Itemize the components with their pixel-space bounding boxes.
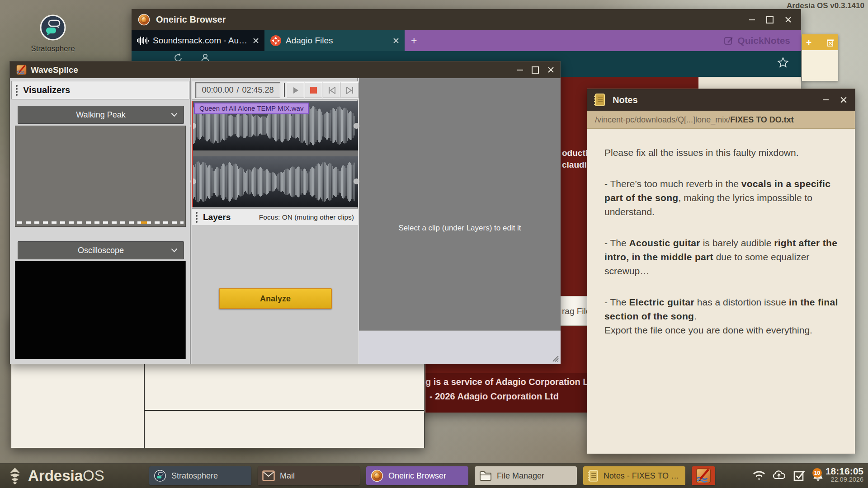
timeline-panel: 00:00.00 / 02:45.28 Queen of All <box>192 78 358 364</box>
resize-grip[interactable] <box>550 353 559 362</box>
quicknotes-ghost-label: QuickNotes <box>737 35 790 46</box>
analyze-button[interactable]: Analyze <box>219 288 332 309</box>
time-current: 00:00.00 <box>202 85 233 95</box>
notification-badge[interactable]: 10 <box>812 468 822 478</box>
wavesplice-maximize-button[interactable] <box>529 61 541 78</box>
skip-start-button[interactable] <box>323 82 340 98</box>
drag-handle-icon[interactable] <box>196 212 198 223</box>
taskbar-app-stratosphere[interactable]: Stratosphere <box>149 466 251 485</box>
checkbox-icon[interactable] <box>793 470 805 482</box>
tab-adagio-files[interactable]: Adagio Files <box>264 30 405 51</box>
visualizer1-dropdown[interactable]: Walking Peak <box>18 106 184 124</box>
notes-app-icon <box>594 93 605 107</box>
play-icon <box>292 87 299 94</box>
browser-minimize-button[interactable] <box>746 9 758 30</box>
quicknotes-ghost: QuickNotes <box>724 30 790 51</box>
layers-header[interactable]: Layers Focus: ON (muting other clips) <box>192 208 358 226</box>
wavesplice-minimize-button[interactable] <box>514 61 526 78</box>
notes-app-icon <box>588 469 599 482</box>
wifi-icon[interactable] <box>752 470 766 482</box>
waveform-channel-2[interactable] <box>192 156 358 207</box>
note-text: - The <box>604 297 629 307</box>
fade-handle[interactable] <box>190 178 196 184</box>
ardesia-logo-icon <box>6 467 24 485</box>
note-text: . <box>694 311 697 321</box>
sticky-add-button[interactable]: + <box>806 34 811 50</box>
adagio-tab-icon <box>270 35 282 47</box>
notes-minimize-button[interactable] <box>820 89 831 111</box>
taskbar-app-label: Notes - FIXES TO D… <box>604 471 681 481</box>
tab-close-icon[interactable] <box>253 38 259 44</box>
quicknotes-sticky-widget: + <box>802 34 838 81</box>
clip-editor-panel: Select a clip (under Layers) to edit it <box>359 78 561 364</box>
browser-window-title: Oneiric Browser <box>156 9 226 30</box>
oneiric-browser-icon <box>138 14 150 26</box>
note-text-bold: Acoustic guitar <box>629 238 700 248</box>
taskbar-clock[interactable]: 18:16:05 22.09.2026 <box>826 466 863 483</box>
note-text: is barely audible <box>700 238 774 248</box>
file-manager-divider <box>145 410 424 411</box>
visualizers-header[interactable]: Visualizers <box>11 81 189 99</box>
wavesplice-close-button[interactable] <box>545 61 557 78</box>
play-button[interactable] <box>287 82 304 98</box>
sticky-note-header: + <box>802 34 838 50</box>
clip-name-label[interactable]: Queen of All Alone TEMP MIX.wav <box>194 103 309 114</box>
desktop-icon-stratosphere[interactable]: Stratosphere <box>25 14 80 53</box>
taskbar-app-oneiric-browser[interactable]: Oneiric Browser <box>366 466 468 485</box>
note-text: Please fix all the issues in this faulty… <box>604 147 799 158</box>
taskbar-app-notes[interactable]: Notes - FIXES TO D… <box>583 466 685 485</box>
stop-button[interactable] <box>305 82 322 98</box>
skip-end-button[interactable] <box>341 82 359 98</box>
taskbar-app-label: Mail <box>280 471 295 481</box>
notes-titlebar[interactable]: Notes <box>587 89 855 111</box>
new-tab-button[interactable]: + <box>411 30 417 51</box>
skip-start-icon <box>328 87 335 94</box>
note-text: - The <box>604 238 629 248</box>
sticky-note-body[interactable] <box>802 50 838 81</box>
minimize-icon <box>749 19 755 20</box>
waveform-tab-icon <box>137 37 149 45</box>
taskbar-app-label: File Manager <box>497 471 544 481</box>
notes-editor-body[interactable]: Please fix all the issues in this faulty… <box>587 129 855 454</box>
taskbar-app-file-manager[interactable]: File Manager <box>475 466 577 485</box>
note-paragraph: - The Electric guitar has a distortion i… <box>604 295 842 323</box>
fade-handle[interactable] <box>354 123 359 129</box>
taskbar-app-label: Oneiric Browser <box>388 471 446 481</box>
visualizers-header-label: Visualizers <box>23 85 70 95</box>
stratosphere-chat-icon <box>39 14 67 42</box>
notes-close-button[interactable] <box>838 89 849 111</box>
logo-text-bold: Ardesia <box>28 467 83 484</box>
wavesplice-window: WaveSplice Visualizers Walking Peak Osci… <box>9 61 561 364</box>
sticky-trash-icon[interactable] <box>826 38 834 47</box>
wavesplice-app-icon <box>16 65 27 75</box>
browser-close-button[interactable] <box>782 9 794 30</box>
wavesplice-titlebar[interactable]: WaveSplice <box>10 61 560 78</box>
taskbar-app-label: Stratosphere <box>171 471 218 481</box>
tab-close-icon[interactable] <box>393 38 399 44</box>
browser-titlebar[interactable]: Oneiric Browser <box>132 9 801 30</box>
tab-soundsmack[interactable]: Soundsmack.com - Au… <box>132 30 264 51</box>
oscilloscope-display <box>15 261 186 359</box>
visualizer2-dropdown[interactable]: Oscilloscope <box>18 241 184 259</box>
quicknotes-icon <box>724 36 734 46</box>
notes-window-title: Notes <box>613 89 638 111</box>
time-separator: / <box>236 85 239 95</box>
taskbar-app-mail[interactable]: Mail <box>258 466 360 485</box>
taskbar-app-wavesplice[interactable] <box>692 466 715 485</box>
cloud-upload-icon[interactable] <box>772 470 786 481</box>
folder-icon <box>479 470 492 481</box>
bookmark-star-icon[interactable] <box>777 57 789 69</box>
peak-baseline <box>17 221 184 224</box>
fade-handle[interactable] <box>190 123 196 129</box>
walking-peak-display <box>15 126 186 227</box>
fade-handle[interactable] <box>354 178 359 184</box>
drag-handle-icon[interactable] <box>16 85 18 96</box>
maximize-icon <box>766 16 774 23</box>
filepath-prefix: /vincent-pc/downloads/Q[...]lone_mix/ <box>595 115 730 124</box>
browser-maximize-button[interactable] <box>764 9 776 30</box>
editor-hint-text: Select a clip (under Layers) to edit it <box>359 224 561 233</box>
note-text: - There’s too much reverb in the <box>604 178 741 189</box>
os-start-menu[interactable]: ArdesiaOS <box>6 467 104 485</box>
footer-line: g is a service of Adagio Corporation Ltd <box>425 377 597 387</box>
playhead[interactable] <box>192 101 193 207</box>
